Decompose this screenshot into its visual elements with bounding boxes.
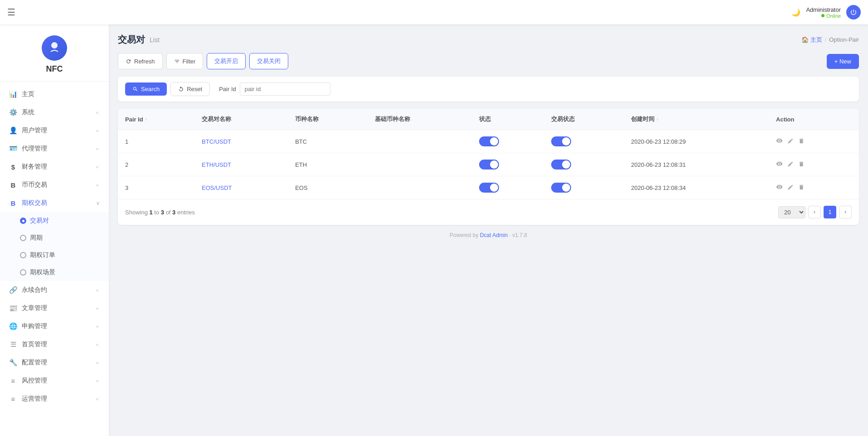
- toggle-knob: [490, 184, 498, 192]
- sidebar-item-option-order[interactable]: 期权订单: [0, 247, 109, 264]
- table-row: 1 BTC/USDT BTC: [118, 130, 859, 153]
- hamburger-icon[interactable]: ☰: [7, 7, 15, 18]
- subscribe-icon: 🌐: [9, 322, 17, 330]
- sidebar-item-option-trade[interactable]: B期权交易 ∨: [0, 194, 109, 212]
- action-icons: [776, 184, 852, 192]
- option-icon: B: [9, 199, 17, 207]
- sidebar-item-home[interactable]: 📊主页: [0, 85, 109, 103]
- sidebar-item-system[interactable]: ⚙️系统 ＜: [0, 103, 109, 121]
- config-icon: 🔧: [9, 358, 17, 367]
- reset-button[interactable]: Reset: [170, 82, 210, 96]
- sidebar-item-perpetual[interactable]: 🔗永续合约 ＜: [0, 281, 109, 299]
- prev-page-button[interactable]: [808, 206, 821, 218]
- sidebar-item-trade-pair[interactable]: 交易对: [0, 212, 109, 229]
- table-row: 2 ETH/USDT ETH: [118, 153, 859, 176]
- breadcrumb-separator: /: [825, 36, 827, 43]
- status-toggle[interactable]: [479, 160, 499, 170]
- sidebar-item-ops[interactable]: ≡运营管理 ＜: [0, 390, 109, 408]
- ops-icon: ≡: [9, 395, 17, 403]
- sidebar-item-subscribe[interactable]: 🌐申购管理 ＜: [0, 317, 109, 335]
- page-1-button[interactable]: 1: [824, 206, 836, 218]
- cell-base-coin: [368, 130, 472, 153]
- sidebar-item-period[interactable]: 周期: [0, 229, 109, 247]
- risk-icon: ≡: [9, 377, 17, 385]
- cell-coin-name: ETH: [288, 153, 368, 176]
- sidebar-item-label: 风控管理: [22, 377, 47, 385]
- sidebar-item-label: 主页: [22, 90, 34, 98]
- view-icon[interactable]: [776, 184, 783, 192]
- edit-icon[interactable]: [787, 161, 794, 169]
- sidebar-item-coin-trade[interactable]: B币币交易 ＜: [0, 176, 109, 194]
- sidebar-item-risk[interactable]: ≡风控管理 ＜: [0, 372, 109, 390]
- chevron-right-icon: ＜: [95, 359, 100, 366]
- delete-icon[interactable]: [798, 161, 805, 169]
- trade-status-toggle[interactable]: [551, 136, 571, 146]
- pair-link[interactable]: ETH/USDT: [202, 161, 231, 168]
- cell-pair-id: 3: [118, 176, 194, 199]
- filter-icon: [174, 58, 180, 64]
- sidebar-item-label: 币币交易: [22, 181, 47, 189]
- data-table: Pair Id ↑ 交易对名称 币种名称 基础币种名称 状态 交易状态: [118, 109, 859, 225]
- table-footer: Showing 1 to 3 of 3 entries 20 50 100 1: [118, 199, 859, 225]
- delete-icon[interactable]: [798, 138, 805, 145]
- edit-icon[interactable]: [787, 184, 794, 192]
- delete-icon[interactable]: [798, 184, 805, 192]
- sidebar-item-agent-mgmt[interactable]: 🪪代理管理 ＜: [0, 140, 109, 158]
- chevron-right-icon: ＜: [95, 127, 100, 134]
- pair-link[interactable]: BTC/USDT: [202, 138, 231, 145]
- status-dot: [821, 14, 824, 17]
- sub-item-label: 期权场景: [30, 268, 55, 276]
- status-toggle[interactable]: [479, 136, 499, 146]
- view-icon[interactable]: [776, 137, 783, 145]
- pair-id-label: Pair Id: [219, 86, 236, 92]
- power-button[interactable]: [846, 5, 861, 19]
- col-pair-id[interactable]: Pair Id ↑: [118, 109, 194, 130]
- sidebar-item-home-mgmt[interactable]: ☰首页管理 ＜: [0, 335, 109, 354]
- toggle-knob: [562, 137, 570, 145]
- cell-created-time: 2020-06-23 12:08:34: [624, 176, 769, 199]
- trade-close-button[interactable]: 交易关闭: [249, 53, 288, 69]
- user-name: Administrator: [806, 6, 841, 13]
- edit-icon[interactable]: [787, 138, 794, 145]
- cell-pair-name: EOS/USDT: [194, 176, 288, 199]
- sidebar-item-config[interactable]: 🔧配置管理 ＜: [0, 354, 109, 372]
- chevron-right-icon: ＜: [95, 323, 100, 330]
- new-button[interactable]: + New: [827, 54, 859, 69]
- sidebar-item-label: 配置管理: [22, 358, 47, 367]
- sidebar-item-option-market[interactable]: 期权场景: [0, 264, 109, 281]
- trade-status-toggle[interactable]: [551, 160, 571, 170]
- sidebar-nav: 📊主页 ⚙️系统 ＜ 👤用户管理 ＜ 🪪代理管理 ＜ $财务管理 ＜: [0, 82, 109, 412]
- sidebar-item-label: 文章管理: [22, 304, 47, 312]
- search-button[interactable]: Search: [125, 82, 167, 96]
- cell-pair-id: 2: [118, 153, 194, 176]
- breadcrumb-home[interactable]: 🏠 主页: [801, 36, 822, 44]
- page-header: 交易对 List 🏠 主页 / Option-Pair: [118, 34, 859, 46]
- page-title: 交易对: [118, 34, 145, 46]
- col-base-coin: 基础币种名称: [368, 109, 472, 130]
- next-page-button[interactable]: [839, 206, 852, 218]
- col-created-time[interactable]: 创建时间 ↑: [624, 109, 769, 130]
- status-toggle[interactable]: [479, 183, 499, 193]
- col-trade-status: 交易状态: [544, 109, 624, 130]
- cell-pair-id: 1: [118, 130, 194, 153]
- cell-coin-name: BTC: [288, 130, 368, 153]
- cell-base-coin: [368, 176, 472, 199]
- pair-link[interactable]: EOS/USDT: [202, 184, 232, 191]
- refresh-button[interactable]: Refresh: [118, 53, 163, 69]
- view-icon[interactable]: [776, 160, 783, 169]
- sidebar-item-user-mgmt[interactable]: 👤用户管理 ＜: [0, 121, 109, 140]
- footer-brand[interactable]: Dcat Admin: [480, 232, 508, 238]
- sidebar: NFC 📊主页 ⚙️系统 ＜ 👤用户管理 ＜ 🪪代理管理 ＜: [0, 24, 109, 436]
- sidebar-item-finance[interactable]: $财务管理 ＜: [0, 158, 109, 176]
- page-size-select[interactable]: 20 50 100: [778, 206, 805, 218]
- logo-circle: [42, 35, 67, 61]
- trade-status-toggle[interactable]: [551, 183, 571, 193]
- moon-icon[interactable]: 🌙: [791, 8, 800, 17]
- sidebar-item-article[interactable]: 📰文章管理 ＜: [0, 299, 109, 317]
- perpetual-icon: 🔗: [9, 286, 17, 294]
- trade-open-button[interactable]: 交易开启: [207, 53, 246, 69]
- pair-id-input[interactable]: [240, 82, 330, 96]
- topbar-left: ☰: [7, 7, 15, 18]
- filter-button[interactable]: Filter: [166, 53, 204, 69]
- pagination: 20 50 100 1: [778, 206, 852, 218]
